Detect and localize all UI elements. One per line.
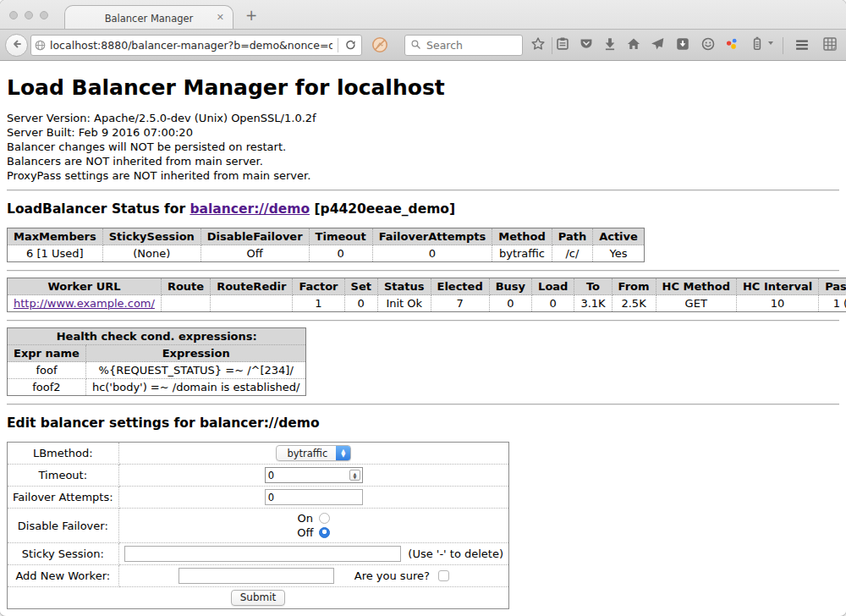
window-close-button[interactable] [9, 11, 18, 19]
balancer-settings-form: LBmethod: bytraffic ▲▼ Timeout: [7, 442, 509, 609]
table-title-row: Health check cond. expressions: [8, 328, 306, 345]
grid-extension-icon[interactable] [822, 36, 838, 52]
bookmark-star-icon[interactable] [530, 36, 546, 52]
cell-stickysession: (None) [102, 245, 201, 262]
col-timeout: Timeout [309, 228, 372, 245]
col-status: Status [377, 278, 431, 295]
cell-to: 3.1K [574, 295, 612, 312]
feedback-smiley-icon[interactable] [700, 36, 716, 52]
cell-path: /c/ [552, 245, 592, 262]
search-input[interactable] [425, 38, 517, 52]
tab-close-icon[interactable]: ✕ [217, 12, 224, 23]
cell-disablefailover: Off [201, 245, 309, 262]
back-button[interactable] [5, 34, 28, 57]
select-stepper-icon: ▲▼ [336, 446, 350, 460]
divider [7, 270, 839, 272]
cell-method: bytraffic [492, 245, 552, 262]
menu-hamburger-icon[interactable] [794, 36, 810, 53]
table-header-row: Expr name Expression [8, 345, 306, 362]
cell-passes: 1 (0) [819, 295, 846, 312]
cell-expression: hc('body') =~ /domain is established/ [85, 379, 306, 396]
tab-balancer-manager[interactable]: Balancer Manager ✕ [64, 5, 233, 30]
downloads-icon[interactable] [602, 36, 618, 52]
table-header-row: Worker URL Route RouteRedir Factor Set S… [8, 278, 846, 295]
cell-set: 0 [344, 295, 377, 312]
battery-extension-icon[interactable] [750, 36, 765, 52]
worker-url-link[interactable]: http://www.example.com/ [14, 297, 155, 310]
add-worker-input[interactable] [179, 568, 334, 584]
sticky-session-input[interactable] [124, 546, 402, 562]
number-stepper-icon[interactable]: ▲▼ [349, 470, 360, 481]
toolbar-divider-2 [783, 37, 783, 54]
edit-settings-heading: Edit balancer settings for balancer://de… [7, 415, 839, 431]
window-minimize-button[interactable] [25, 11, 33, 19]
col-from: From [612, 278, 656, 295]
form-row-lbmethod: LBmethod: bytraffic ▲▼ [8, 443, 509, 465]
col-maxmembers: MaxMembers [8, 228, 103, 245]
cell-from: 2.5K [612, 295, 656, 312]
content-blocked-icon[interactable] [371, 36, 389, 54]
failover-on-radio[interactable] [319, 513, 330, 524]
col-failoverattempts: FailoverAttempts [372, 228, 492, 245]
health-check-table: Health check cond. expressions: Expr nam… [7, 327, 306, 396]
bookmarks-sidebar-icon[interactable] [555, 36, 570, 52]
globe-icon [31, 37, 48, 54]
balancer-demo-link[interactable]: balancer://demo [190, 201, 310, 217]
url-input[interactable] [48, 39, 334, 52]
worker-row: http://www.example.com/ 1 0 Init Ok 7 0 … [8, 295, 846, 312]
urlbar-divider [338, 38, 338, 52]
divider [7, 190, 839, 191]
failover-attempts-input[interactable] [265, 489, 363, 505]
cell-timeout: 0 [309, 245, 372, 262]
failover-attempts-label: Failover Attempts: [8, 487, 119, 509]
add-worker-label: Add New Worker: [8, 565, 119, 587]
health-table-title: Health check cond. expressions: [8, 328, 306, 345]
sticky-session-hint: (Use '-' to delete) [408, 547, 503, 560]
chevron-down-icon[interactable] [768, 41, 773, 45]
cell-expression: %{REQUEST_STATUS} =~ /^[234]/ [85, 362, 306, 379]
server-version-line: Server Version: Apache/2.5.0-dev (Unix) … [7, 111, 839, 125]
col-set: Set [344, 278, 377, 295]
status-heading: LoadBalancer Status for balancer://demo … [7, 201, 839, 217]
tab-strip: Balancer Manager ✕ + [0, 0, 846, 30]
pocket-icon[interactable] [579, 36, 594, 52]
col-factor: Factor [293, 278, 344, 295]
cell-failoverattempts: 0 [372, 245, 492, 262]
page-title: Load Balancer Manager for localhost [7, 75, 839, 100]
cell-hc-method: GET [656, 295, 736, 312]
url-bar[interactable] [30, 35, 362, 56]
new-tab-button[interactable]: + [242, 7, 261, 24]
divider [7, 404, 839, 405]
timeout-field-wrap: ▲▼ [265, 467, 363, 483]
cell-active: Yes [593, 245, 645, 262]
are-you-sure-checkbox[interactable] [438, 570, 449, 581]
tab-title: Balancer Manager [105, 13, 194, 25]
reload-icon[interactable] [342, 37, 359, 54]
timeout-input[interactable] [266, 470, 349, 481]
col-route: Route [161, 278, 210, 295]
form-row-sticky-session: Sticky Session: (Use '-' to delete) [8, 543, 509, 565]
download-extension-icon[interactable] [675, 36, 690, 52]
send-plane-icon[interactable] [650, 36, 665, 52]
page-content: Load Balancer Manager for localhost Serv… [0, 61, 846, 614]
cell-route [161, 295, 210, 312]
submit-button[interactable]: Submit [231, 590, 286, 606]
form-row-failover-attempts: Failover Attempts: [8, 487, 509, 509]
cell-maxmembers: 6 [1 Used] [8, 245, 103, 262]
failover-off-radio[interactable] [319, 527, 330, 538]
col-hc-method: HC Method [656, 278, 736, 295]
col-routeredir: RouteRedir [211, 278, 293, 295]
cell-hc-interval: 10 [736, 295, 818, 312]
home-icon[interactable] [626, 36, 641, 52]
cell-expr-name: foof [8, 362, 86, 379]
disable-failover-label: Disable Failover: [8, 509, 119, 543]
form-row-timeout: Timeout: ▲▼ [8, 465, 509, 487]
col-path: Path [552, 228, 592, 245]
lbmethod-label: LBmethod: [8, 443, 119, 465]
colordots-extension-icon[interactable] [724, 36, 739, 52]
window-zoom-button[interactable] [40, 11, 48, 19]
lbmethod-select[interactable]: bytraffic ▲▼ [276, 445, 351, 461]
divider [7, 320, 839, 322]
search-bar[interactable] [404, 35, 523, 56]
cell-factor: 1 [293, 295, 344, 312]
